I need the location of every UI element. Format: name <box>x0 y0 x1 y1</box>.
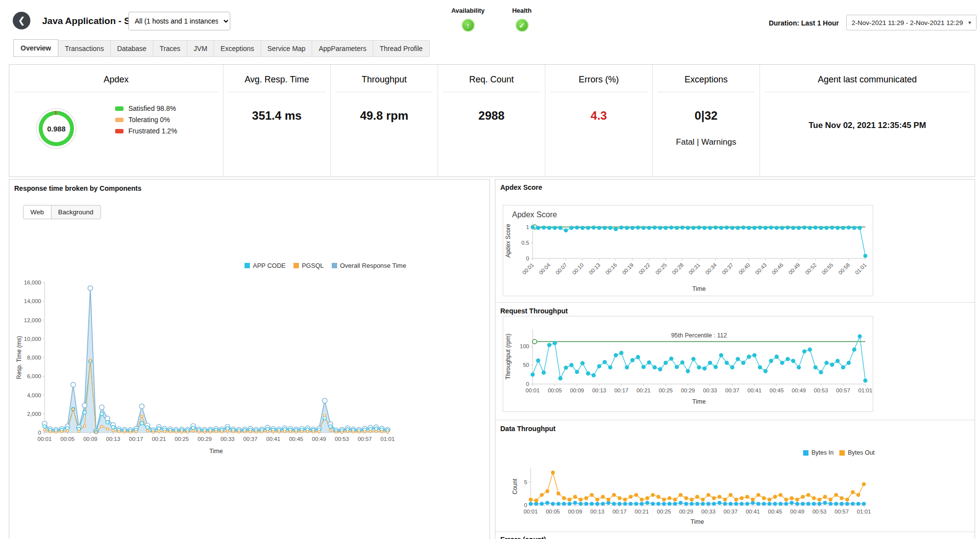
svg-text:00:49: 00:49 <box>312 436 326 442</box>
tab-jvm[interactable]: JVM <box>187 40 214 57</box>
errors-count-section-title: Errors (count) <box>500 536 546 539</box>
bytes-in-label: Bytes In <box>811 449 833 456</box>
svg-text:00:05: 00:05 <box>548 387 562 393</box>
duration-label: Duration: Last 1 Hour <box>769 19 839 27</box>
apdex-legend: Satisfied 98.8% Tolerating 0% Frustrated… <box>115 101 177 138</box>
divider <box>495 532 975 532</box>
svg-text:00:46: 00:46 <box>771 262 784 276</box>
legend-app-code: APP CODE <box>245 262 286 269</box>
throughput-value: 49.8 rpm <box>331 109 438 123</box>
svg-text:00:07: 00:07 <box>554 262 568 276</box>
back-button[interactable]: ❮ <box>13 12 30 29</box>
svg-text:0: 0 <box>526 256 529 261</box>
date-range-picker[interactable]: 2-Nov-2021 11:29 - 2-Nov-2021 12:29 ▾ <box>846 15 977 30</box>
errors-card: Errors (%) 4.3 <box>545 65 653 177</box>
svg-text:2,000: 2,000 <box>27 411 41 417</box>
tab-database[interactable]: Database <box>110 40 153 57</box>
exceptions-title: Exceptions <box>653 75 760 85</box>
svg-text:00:34: 00:34 <box>704 262 718 276</box>
apdex-score-value: 0.988 <box>43 115 70 142</box>
agent-title: Agent last communicated <box>760 75 975 85</box>
errors-title: Errors (%) <box>545 75 652 85</box>
data-throughput-chart: 0500:0100:0500:0900:1300:1700:2100:2500:… <box>510 460 878 538</box>
pgsql-swatch <box>294 263 299 268</box>
response-time-chart: 02,0004,0006,0008,00010,00012,00014,0001… <box>14 272 416 473</box>
svg-text:00:33: 00:33 <box>703 387 717 393</box>
request-throughput-chart: 05010000:0100:0500:0900:1300:1700:2100:2… <box>503 316 873 411</box>
svg-text:4,000: 4,000 <box>27 392 41 398</box>
svg-text:00:13: 00:13 <box>592 387 606 393</box>
summary-cards-row: Apdex 0.988 Satisfied 98.8% Tolerating 0… <box>9 64 975 177</box>
svg-text:Apdex Score: Apdex Score <box>505 224 512 257</box>
req-count-title: Req. Count <box>438 75 545 85</box>
svg-text:8,000: 8,000 <box>27 355 41 360</box>
svg-text:6,000: 6,000 <box>27 373 41 379</box>
tab-traces[interactable]: Traces <box>153 40 187 57</box>
apdex-score-chart: 00.5100:0100:0400:0700:1000:1300:1600:19… <box>503 205 873 296</box>
svg-text:1: 1 <box>526 224 529 230</box>
tab-appparameters[interactable]: AppParameters <box>312 40 373 57</box>
svg-text:00:37: 00:37 <box>244 436 258 442</box>
svg-text:00:45: 00:45 <box>289 436 303 442</box>
svg-text:00:41: 00:41 <box>266 436 280 442</box>
svg-text:01:01: 01:01 <box>854 262 867 276</box>
svg-text:00:37: 00:37 <box>721 262 735 276</box>
overall-swatch <box>332 263 337 268</box>
svg-text:00:45: 00:45 <box>770 387 784 393</box>
svg-text:00:29: 00:29 <box>197 436 212 442</box>
availability-up-icon: ↑ <box>462 19 475 32</box>
svg-text:0: 0 <box>524 502 527 508</box>
legend-pgsql: PGSQL <box>294 262 324 269</box>
tab-overview[interactable]: Overview <box>13 39 58 57</box>
svg-text:00:05: 00:05 <box>60 436 74 442</box>
toggle-web-button[interactable]: Web <box>24 205 51 219</box>
availability-label: Availability <box>442 7 493 14</box>
apdex-chart-box: Apdex Score 00.5100:0100:0400:0700:1000:… <box>503 205 873 296</box>
date-range-value: 2-Nov-2021 11:29 - 2-Nov-2021 12:29 <box>852 19 963 26</box>
svg-text:01:01: 01:01 <box>857 509 871 514</box>
apdex-card-title: Apdex <box>9 75 223 85</box>
legend-bytes-in: Bytes In <box>803 449 833 456</box>
frustrated-label: Frustrated 1.2% <box>128 127 177 135</box>
svg-text:00:17: 00:17 <box>129 436 143 442</box>
divider <box>550 92 647 92</box>
health-check-icon: ✓ <box>515 19 529 32</box>
legend-row-satisfied: Satisfied 98.8% <box>115 104 177 112</box>
tab-transactions[interactable]: Transactions <box>58 40 111 57</box>
svg-text:00:16: 00:16 <box>604 262 618 276</box>
svg-text:00:29: 00:29 <box>679 509 693 514</box>
svg-text:00:13: 00:13 <box>590 509 605 514</box>
errors-value: 4.3 <box>545 109 652 123</box>
apdex-gauge: 0.988 <box>39 111 74 146</box>
data-throughput-legend: Bytes In Bytes Out <box>803 449 875 456</box>
req-count-card: Req. Count 2988 <box>438 65 545 177</box>
app-code-label: APP CODE <box>253 262 286 269</box>
satisfied-label: Satisfied 98.8% <box>128 104 176 112</box>
svg-text:00:09: 00:09 <box>568 509 582 514</box>
divider <box>495 420 975 420</box>
apdex-section-title: Apdex Score <box>500 183 542 191</box>
host-instance-selector[interactable]: All (1 hosts and 1 instances) <box>128 12 230 30</box>
svg-text:Time: Time <box>209 448 222 455</box>
svg-text:00:25: 00:25 <box>654 262 668 276</box>
divider <box>14 92 218 92</box>
tab-service-map[interactable]: Service Map <box>261 40 313 57</box>
tolerating-label: Tolerating 0% <box>128 116 170 124</box>
throughput-title: Throughput <box>331 75 438 85</box>
divider <box>765 92 970 92</box>
exceptions-value: 0|32 <box>653 109 760 123</box>
chevron-down-icon: ▾ <box>968 19 971 26</box>
toggle-background-button[interactable]: Background <box>51 205 100 219</box>
bytes-out-swatch <box>839 450 845 456</box>
svg-text:00:28: 00:28 <box>671 262 685 276</box>
tab-exceptions[interactable]: Exceptions <box>214 40 261 57</box>
svg-text:00:01: 00:01 <box>38 436 52 442</box>
svg-text:Count: Count <box>512 478 518 494</box>
avg-resp-value: 351.4 ms <box>223 109 330 123</box>
svg-text:00:43: 00:43 <box>754 262 768 276</box>
divider <box>443 92 540 92</box>
tab-thread-profile[interactable]: Thread Profile <box>373 40 430 57</box>
svg-text:00:21: 00:21 <box>635 509 649 514</box>
svg-text:00:37: 00:37 <box>725 387 739 393</box>
svg-text:00:25: 00:25 <box>659 387 673 393</box>
